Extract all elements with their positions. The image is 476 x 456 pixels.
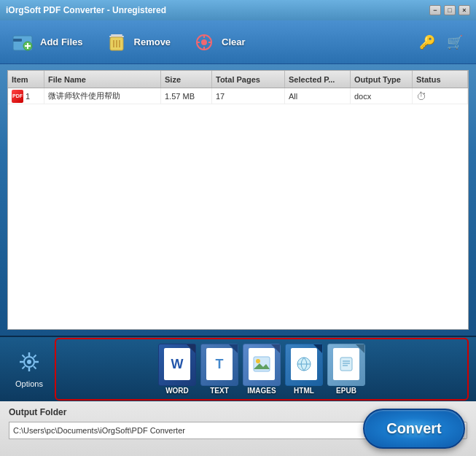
minimize-button[interactable]: − [429,5,441,15]
col-size-header: Size [161,71,212,88]
col-item-header: Item [8,71,44,88]
maximize-button[interactable]: □ [444,5,456,15]
main-window: Add Files Remove [0,20,476,456]
cell-output: docx [351,88,413,104]
table-header: Item File Name Size Total Pages Selected… [8,71,468,88]
window-controls: − □ × [429,5,470,15]
text-label: TEXT [210,387,229,395]
svg-point-18 [27,360,31,364]
remove-icon [105,31,128,54]
col-selected-header: Selected P... [285,71,351,88]
format-word-button[interactable]: W WORD [158,344,196,395]
cell-status: ⏱ [413,88,468,104]
svg-line-26 [23,366,26,369]
output-area: Output Folder C:\Users\pc\Documents\iOrg… [0,401,476,456]
svg-line-23 [23,355,26,358]
toolbar: Add Files Remove [0,20,476,64]
format-text-button[interactable]: T TEXT [200,344,238,395]
text-icon: T [200,344,238,386]
remove-button[interactable]: Remove [105,31,171,54]
title-bar: iOrgSoft PDF Converter - Unregistered − … [0,0,476,20]
options-icon [18,351,40,377]
app-title: iOrgSoft PDF Converter - Unregistered [6,5,166,15]
add-files-icon [11,31,34,54]
file-list-area: Item File Name Size Total Pages Selected… [7,70,469,330]
col-pages-header: Total Pages [212,71,285,88]
cell-pages: 17 [212,88,285,104]
convert-button[interactable]: Convert [363,409,465,449]
svg-rect-5 [111,34,122,36]
format-bar: Options W WORD T [0,336,476,401]
status-icon: ⏱ [416,90,426,102]
cart-icon[interactable]: 🛒 [445,32,465,53]
html-label: HTML [294,387,314,395]
html-icon [285,344,323,386]
images-label: IMAGES [247,387,276,395]
images-icon [243,344,281,386]
col-filename-header: File Name [44,71,161,88]
clear-label: Clear [222,36,246,47]
output-row: C:\Users\pc\Documents\iOrgSoft\PDF Conve… [9,422,467,439]
cell-item: PDF 1 [8,88,44,104]
cell-selected: All [285,88,351,104]
svg-line-24 [34,366,36,369]
col-output-header: Output Type [351,71,413,88]
toolbar-right: 🔑 🛒 [417,32,465,53]
svg-point-28 [256,359,260,363]
clear-icon [192,31,216,54]
format-images-button[interactable]: IMAGES [243,344,281,395]
epub-label: EPUB [336,387,356,395]
clear-button[interactable]: Clear [192,31,246,54]
table-row[interactable]: PDF 1 微讲师软件使用帮助 1.57 MB 17 All docx [8,88,468,104]
key-icon[interactable]: 🔑 [417,32,437,53]
options-label: Options [15,379,43,388]
word-label: WORD [165,387,189,395]
cell-size: 1.57 MB [161,88,212,104]
col-status-header: Status [413,71,468,88]
output-path-display: C:\Users\pc\Documents\iOrgSoft\PDF Conve… [9,422,407,439]
file-list-body: PDF 1 微讲师软件使用帮助 1.57 MB 17 All docx [8,88,468,329]
svg-rect-1 [13,39,22,42]
remove-label: Remove [134,36,171,47]
add-files-label: Add Files [40,36,83,47]
options-button[interactable]: Options [7,347,51,392]
format-epub-button[interactable]: EPUB [327,344,365,395]
cell-filename: 微讲师软件使用帮助 [44,88,161,104]
format-html-button[interactable]: HTML [285,344,323,395]
pdf-icon: PDF [12,90,23,103]
svg-rect-32 [340,358,352,371]
word-icon: W [158,344,196,386]
close-button[interactable]: × [459,5,470,15]
svg-point-12 [201,39,207,45]
add-files-button[interactable]: Add Files [11,31,83,54]
format-icons-container: W WORD T TEXT [55,338,469,401]
epub-icon [327,344,365,386]
svg-line-25 [34,355,36,358]
